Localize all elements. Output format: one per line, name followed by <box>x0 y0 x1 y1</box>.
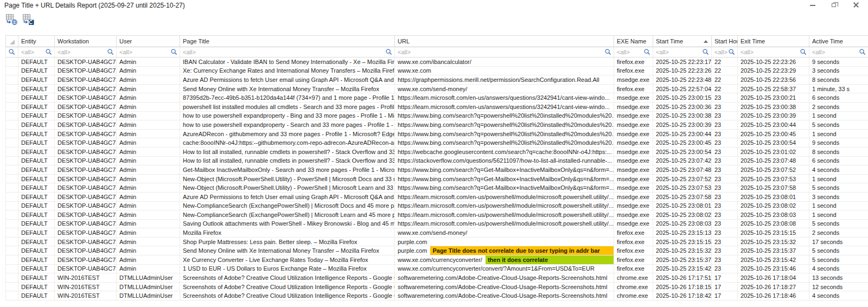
row-indicator-cell[interactable] <box>5 120 18 129</box>
cell-start_hour[interactable]: 23 <box>712 175 738 183</box>
cell-start_hour[interactable]: 17 <box>712 273 738 282</box>
cell-exe[interactable]: msedge.exe <box>614 175 653 183</box>
cell-exe[interactable]: msedge.exe <box>614 130 653 138</box>
cell-start_time[interactable]: 2025-10-26 17:18:42 <box>653 291 712 300</box>
cell-user[interactable]: Admin <box>117 193 180 201</box>
cell-exit_time[interactable]: 2025-10-25 23:15:42 <box>738 255 809 264</box>
cell-exe[interactable]: msedge.exe <box>614 138 653 147</box>
column-header-start_time[interactable]: Start Time <box>653 36 712 47</box>
export-grid-report-button[interactable] <box>22 14 35 25</box>
row-indicator-cell[interactable] <box>5 202 18 210</box>
cell-page_title[interactable]: Screenshots of Adobe? Creative Cloud Uti… <box>180 273 395 282</box>
cell-url[interactable]: softwaremetering.com/Adobe-Creative-Clou… <box>395 273 614 282</box>
cell-exit_time[interactable]: 2025-10-25 23:00:45 <box>738 130 809 138</box>
cell-exit_time[interactable]: 2025-10-25 23:15:32 <box>738 238 809 246</box>
cell-workstation[interactable]: DESKTOP-UAB4GC7 <box>55 57 117 66</box>
cell-url[interactable]: softwaremetering.com/Adobe-Creative-Clou… <box>395 291 614 300</box>
cell-page_title[interactable]: Azure AD Permissions to fetch User email… <box>180 75 395 84</box>
filter-cell-url[interactable]: <all> <box>395 47 614 57</box>
cell-user[interactable]: Admin <box>117 228 180 237</box>
cell-exit_time[interactable]: 2025-10-25 22:23:26 <box>738 57 809 66</box>
cell-exe[interactable]: firefox.exe <box>614 246 653 255</box>
cell-exit_time[interactable]: 2025-10-25 23:07:52 <box>738 165 809 174</box>
cell-exe[interactable]: msedge.exe <box>614 93 653 102</box>
cell-start_time[interactable]: 2025-10-25 23:08:02 <box>653 210 712 219</box>
cell-start_time[interactable]: 2025-10-25 23:15:37 <box>653 255 712 264</box>
column-header-active_time[interactable]: Active Time <box>809 36 868 47</box>
row-indicator-cell[interactable] <box>5 255 18 264</box>
cell-workstation[interactable]: DESKTOP-UAB4GC7 <box>55 157 117 165</box>
cell-start_time[interactable]: 2025-10-25 22:57:04 <box>653 85 712 93</box>
cell-exit_time[interactable]: 2025-10-25 23:01:02 <box>738 148 809 156</box>
cell-active_time[interactable]: 3 seconds <box>809 193 868 201</box>
cell-start_hour[interactable]: 23 <box>712 238 738 246</box>
cell-entity[interactable]: DEFAULT <box>18 228 55 237</box>
row-indicator-cell[interactable] <box>5 138 18 147</box>
cell-start_time[interactable]: 2025-10-25 23:15:13 <box>653 228 712 237</box>
search-icon[interactable] <box>728 48 736 56</box>
row-indicator-cell[interactable] <box>5 291 18 300</box>
cell-start_time[interactable]: 2025-10-26 17:17:51 <box>653 273 712 282</box>
cell-url[interactable]: https://stackoverflow.com/questions/5621… <box>395 157 614 165</box>
cell-url[interactable]: https://www.bing.com/search?q=Get-Mailbo… <box>395 175 614 183</box>
cell-exe[interactable]: firefox.exe <box>614 67 653 75</box>
close-button[interactable] <box>852 1 860 9</box>
cell-exe[interactable]: firefox.exe <box>614 238 653 246</box>
cell-start_time[interactable]: 2025-10-25 23:15:15 <box>653 238 712 246</box>
cell-page_title[interactable]: Mozilla Firefox <box>180 228 395 237</box>
cell-workstation[interactable]: DESKTOP-UAB4GC7 <box>55 175 117 183</box>
cell-active_time[interactable]: 2 seconds <box>809 103 868 111</box>
cell-entity[interactable]: DEFAULT <box>18 130 55 138</box>
column-header-workstation[interactable]: Workstation <box>55 36 117 47</box>
cell-active_time[interactable]: 6 seconds <box>809 93 868 102</box>
cell-start_hour[interactable]: 23 <box>712 148 738 156</box>
cell-workstation[interactable]: WIN-2016TEST <box>55 273 117 282</box>
row-indicator-cell[interactable] <box>5 193 18 201</box>
search-icon[interactable] <box>702 48 710 56</box>
cell-entity[interactable]: DEFAULT <box>18 103 55 111</box>
cell-active_time[interactable]: 4 seconds <box>809 291 868 300</box>
cell-entity[interactable]: DEFAULT <box>18 112 55 120</box>
row-indicator-cell[interactable] <box>5 183 18 192</box>
cell-start_time[interactable]: 2025-10-25 23:15:32 <box>653 246 712 255</box>
cell-workstation[interactable]: DESKTOP-UAB4GC7 <box>55 85 117 93</box>
grid-corner-select-all[interactable] <box>5 36 18 47</box>
cell-user[interactable]: Admin <box>117 120 180 129</box>
row-indicator-cell[interactable] <box>5 246 18 255</box>
cell-start_time[interactable]: 2025-10-25 22:23:17 <box>653 57 712 66</box>
filter-cell-start_time[interactable]: <all> <box>653 47 712 57</box>
cell-workstation[interactable]: DESKTOP-UAB4GC7 <box>55 165 117 174</box>
filter-cell-active_time[interactable]: <all> <box>809 47 868 57</box>
cell-active_time[interactable]: 8 seconds <box>809 148 868 156</box>
cell-exe[interactable]: chrome.exe <box>614 291 653 300</box>
cell-page_title[interactable]: Screenshots of Adobe? Creative Cloud Uti… <box>180 291 395 300</box>
cell-active_time[interactable]: 4 seconds <box>809 165 868 174</box>
cell-url[interactable]: www.xe.com/currencyconverter/convert/?Am… <box>395 265 614 273</box>
cell-user[interactable]: Admin <box>117 112 180 120</box>
search-icon[interactable] <box>859 48 866 56</box>
cell-exit_time[interactable]: 2025-10-25 23:00:39 <box>738 112 809 120</box>
cell-start_hour[interactable]: 23 <box>712 120 738 129</box>
cell-url[interactable]: www.xe.com/ibancalculator/ <box>395 57 614 66</box>
cell-page_title[interactable]: New-Object (Microsoft.PowerShell.Utility… <box>180 183 395 192</box>
cell-workstation[interactable]: DESKTOP-UAB4GC7 <box>55 148 117 156</box>
cell-exe[interactable]: firefox.exe <box>614 255 653 264</box>
cell-active_time[interactable]: 8 seconds <box>809 75 868 84</box>
cell-url[interactable]: https://learn.microsoft.com/en-us/answer… <box>395 93 614 102</box>
cell-exe[interactable]: firefox.exe <box>614 57 653 66</box>
cell-start_time[interactable]: 2025-10-26 17:18:15 <box>653 283 712 291</box>
search-icon[interactable] <box>385 48 393 56</box>
cell-active_time[interactable]: 5 seconds <box>809 220 868 228</box>
cell-url[interactable]: https://learn.microsoft.com/en-us/answer… <box>395 103 614 111</box>
column-header-page_title[interactable]: Page Title <box>180 36 395 47</box>
cell-entity[interactable]: DEFAULT <box>18 202 55 210</box>
cell-active_time[interactable]: 1 second <box>809 130 868 138</box>
cell-workstation[interactable]: DESKTOP-UAB4GC7 <box>55 138 117 147</box>
cell-exit_time[interactable]: 2025-10-25 23:08:08 <box>738 220 809 228</box>
cell-entity[interactable]: DEFAULT <box>18 148 55 156</box>
cell-page_title[interactable]: IBAN Calculator - Validate IBAN to Send … <box>180 57 395 66</box>
cell-user[interactable]: Admin <box>117 265 180 273</box>
cell-start_hour[interactable]: 23 <box>712 138 738 147</box>
cell-workstation[interactable]: DESKTOP-UAB4GC7 <box>55 210 117 219</box>
cell-exe[interactable]: msedge.exe <box>614 103 653 111</box>
